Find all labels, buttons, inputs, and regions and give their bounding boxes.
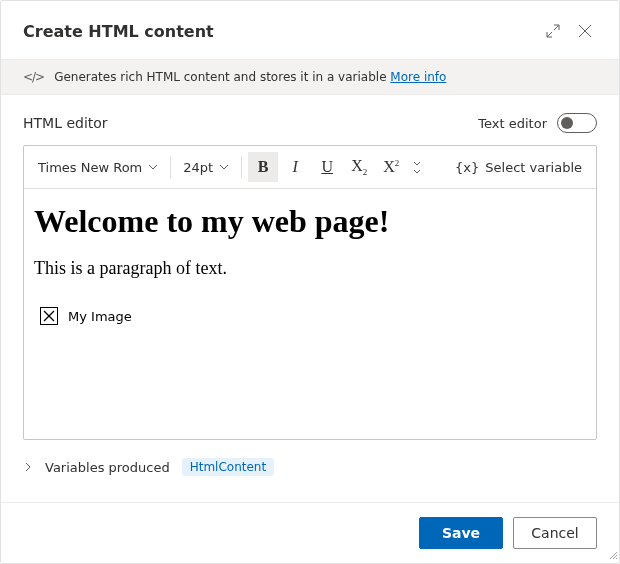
info-text-body: Generates rich HTML content and stores i… xyxy=(54,70,390,84)
chevron-down-icon xyxy=(148,162,158,172)
italic-button[interactable]: I xyxy=(280,152,310,182)
dialog-footer: Save Cancel xyxy=(1,502,619,563)
chevron-down-icon xyxy=(413,161,421,166)
editor-frame: Times New Rom 24pt B I U X2 X2 xyxy=(23,145,597,440)
editor-toolbar: Times New Rom 24pt B I U X2 X2 xyxy=(24,146,596,189)
underline-button[interactable]: U xyxy=(312,152,342,182)
content-heading[interactable]: Welcome to my web page! xyxy=(34,203,586,240)
variables-produced-label: Variables produced xyxy=(45,460,170,475)
close-button[interactable] xyxy=(569,15,601,47)
chevron-right-icon[interactable] xyxy=(23,462,33,472)
bold-icon: B xyxy=(258,158,269,176)
info-bar: </> Generates rich HTML content and stor… xyxy=(1,59,619,95)
variables-produced-row: Variables produced HtmlContent xyxy=(23,458,597,476)
italic-icon: I xyxy=(293,158,298,176)
save-button[interactable]: Save xyxy=(419,517,503,549)
broken-image-icon xyxy=(40,307,58,325)
editor-content[interactable]: Welcome to my web page! This is a paragr… xyxy=(24,189,596,439)
subscript-icon: X2 xyxy=(351,157,367,177)
variable-glyph-icon: {x} xyxy=(455,160,479,175)
content-image-row[interactable]: My Image xyxy=(34,307,586,325)
dialog-header: Create HTML content xyxy=(1,1,619,59)
select-variable-button[interactable]: {x} Select variable xyxy=(449,156,588,179)
font-size-dropdown[interactable]: 24pt xyxy=(177,156,235,179)
superscript-icon: X2 xyxy=(383,158,399,176)
image-alt-text: My Image xyxy=(68,309,132,324)
dialog-body: HTML editor Text editor Times New Rom 24… xyxy=(1,95,619,502)
toolbar-separator xyxy=(241,156,242,178)
expand-icon xyxy=(546,24,560,38)
underline-icon: U xyxy=(321,158,333,176)
toggle-knob xyxy=(561,117,573,129)
editor-header-row: HTML editor Text editor xyxy=(23,113,597,133)
subscript-button[interactable]: X2 xyxy=(344,152,374,182)
more-options-button[interactable] xyxy=(408,156,426,178)
font-family-dropdown[interactable]: Times New Rom xyxy=(32,156,164,179)
toolbar-separator xyxy=(170,156,171,178)
expand-button[interactable] xyxy=(537,15,569,47)
font-size-value: 24pt xyxy=(183,160,213,175)
superscript-button[interactable]: X2 xyxy=(376,152,406,182)
content-paragraph[interactable]: This is a paragraph of text. xyxy=(34,258,586,279)
text-editor-toggle[interactable] xyxy=(557,113,597,133)
dialog-title: Create HTML content xyxy=(23,22,537,41)
resize-handle-icon[interactable] xyxy=(607,549,617,561)
info-text: Generates rich HTML content and stores i… xyxy=(54,70,446,84)
bold-button[interactable]: B xyxy=(248,152,278,182)
chevron-down-icon xyxy=(413,169,421,174)
text-editor-label: Text editor xyxy=(478,116,547,131)
font-family-value: Times New Rom xyxy=(38,160,142,175)
select-variable-label: Select variable xyxy=(485,160,582,175)
section-label: HTML editor xyxy=(23,115,478,131)
chevron-down-icon xyxy=(219,162,229,172)
cancel-button[interactable]: Cancel xyxy=(513,517,597,549)
code-icon: </> xyxy=(23,70,44,84)
dialog: Create HTML content </> Generates rich H… xyxy=(0,0,620,564)
close-icon xyxy=(578,24,592,38)
variable-pill[interactable]: HtmlContent xyxy=(182,458,274,476)
more-info-link[interactable]: More info xyxy=(390,70,446,84)
